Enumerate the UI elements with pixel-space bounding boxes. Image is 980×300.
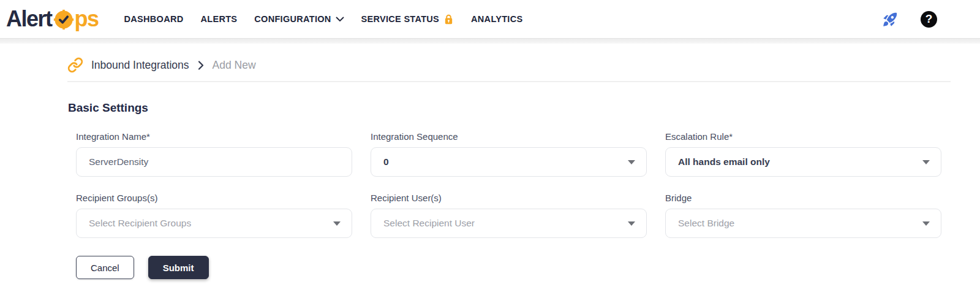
nav-analytics[interactable]: ANALYTICS: [471, 14, 522, 24]
page-title: Basic Settings: [68, 101, 951, 115]
top-nav-bar: Alert ps DASHBOARD ALERTS CONFIGURATION …: [0, 0, 980, 38]
integration-sequence-label: Integration Sequence: [371, 131, 647, 142]
integration-sequence-select[interactable]: 0: [371, 147, 647, 177]
cancel-button[interactable]: Cancel: [76, 256, 134, 279]
nav-dashboard[interactable]: DASHBOARD: [124, 14, 184, 24]
caret-down-icon: [333, 221, 341, 226]
main-content: Inbound Integrations Add New Basic Setti…: [0, 57, 980, 279]
caret-down-icon: [628, 221, 635, 226]
recipient-users-placeholder: Select Recipient User: [383, 218, 475, 229]
integration-sequence-value: 0: [383, 156, 389, 167]
bridge-placeholder: Select Bridge: [678, 218, 734, 229]
breadcrumb: Inbound Integrations Add New: [67, 57, 951, 73]
alertops-logo[interactable]: Alert ps: [6, 8, 99, 30]
caret-down-icon: [922, 221, 930, 226]
header-divider-strip: [0, 38, 980, 44]
field-bridge: Bridge Select Bridge: [665, 193, 941, 238]
recipient-users-label: Recipient User(s): [371, 193, 647, 203]
escalation-rule-select[interactable]: All hands email only: [665, 147, 941, 177]
help-icon[interactable]: ?: [921, 11, 937, 28]
logo-text-alert: Alert: [6, 8, 52, 30]
logo-text-ps: ps: [75, 8, 99, 30]
header-actions: ?: [882, 11, 937, 28]
bridge-label: Bridge: [665, 193, 941, 203]
form-actions: Cancel Submit: [76, 256, 951, 279]
escalation-rule-label: Escalation Rule*: [665, 131, 941, 142]
lock-icon: [443, 13, 454, 25]
field-escalation-rule: Escalation Rule* All hands email only: [665, 131, 941, 177]
nav-alerts[interactable]: ALERTS: [201, 14, 238, 24]
integration-name-input[interactable]: [89, 156, 341, 167]
main-nav: DASHBOARD ALERTS CONFIGURATION SERVICE S…: [124, 13, 523, 25]
nav-service-status[interactable]: SERVICE STATUS: [361, 13, 454, 25]
field-recipient-groups: Recipient Groups(s) Select Recipient Gro…: [76, 193, 352, 238]
recipient-groups-placeholder: Select Recipient Groups: [89, 218, 191, 229]
breadcrumb-current: Add New: [213, 59, 256, 72]
submit-button[interactable]: Submit: [148, 256, 209, 279]
link-icon: [67, 57, 83, 73]
basic-settings-form: Integration Name* Integration Sequence 0…: [67, 131, 951, 279]
rocket-icon[interactable]: [882, 11, 899, 28]
escalation-rule-value: All hands email only: [678, 156, 770, 167]
logo-clock-icon: [53, 9, 74, 30]
recipient-groups-select[interactable]: Select Recipient Groups: [76, 209, 352, 238]
nav-configuration[interactable]: CONFIGURATION: [254, 14, 344, 24]
chevron-right-icon: [198, 61, 204, 70]
integration-name-label: Integration Name*: [76, 131, 352, 142]
field-recipient-users: Recipient User(s) Select Recipient User: [371, 193, 647, 238]
chevron-down-icon: [336, 17, 344, 22]
breadcrumb-divider: [67, 81, 951, 82]
breadcrumb-section-link[interactable]: Inbound Integrations: [91, 59, 189, 72]
caret-down-icon: [628, 160, 635, 164]
recipient-groups-label: Recipient Groups(s): [76, 193, 352, 203]
caret-down-icon: [922, 160, 930, 164]
field-integration-sequence: Integration Sequence 0: [371, 131, 647, 177]
bridge-select[interactable]: Select Bridge: [665, 209, 941, 238]
field-integration-name: Integration Name*: [76, 131, 352, 177]
recipient-users-select[interactable]: Select Recipient User: [371, 209, 647, 238]
